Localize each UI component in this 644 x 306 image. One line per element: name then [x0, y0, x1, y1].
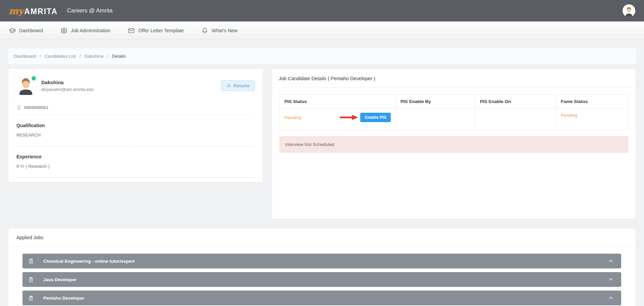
fame-status-value: Pending — [561, 113, 578, 118]
nav-label: Job Administration — [71, 28, 110, 33]
job-details-title: Job Candidate Details ( Pentaho Develope… — [272, 69, 636, 88]
divider — [16, 146, 255, 146]
experience-value: 9 Yr ( Research ) — [16, 164, 255, 169]
nav-item-whats-new[interactable]: What's New — [201, 27, 237, 34]
applied-job-label: Chemical Engineering - online tutor/expe… — [43, 259, 135, 264]
clipboard-icon — [28, 258, 34, 264]
col-header-pis-enable-on: PIS Enable On — [475, 95, 556, 109]
divider — [16, 177, 255, 178]
applied-job-accordion-java-developer[interactable]: Java Developer — [22, 272, 621, 287]
nav-label: Dashboard — [19, 28, 43, 33]
applied-jobs-card: Applied Jobs Chemical Engineering - onli… — [8, 228, 636, 306]
nav-item-offer-letter-template[interactable]: Offer Letter Template — [128, 27, 184, 34]
candidate-phone-number: 8989898981 — [24, 105, 48, 110]
experience-label: Experience — [16, 154, 255, 159]
nav-label: Offer Letter Template — [138, 28, 184, 33]
chevron-up-icon[interactable] — [608, 295, 614, 301]
nav-item-dashboard[interactable]: Dashboard — [9, 27, 43, 34]
candidate-email: divyasalini@am.amrita.edu — [41, 87, 94, 92]
graduation-cap-icon — [9, 27, 16, 34]
logo-my-text: my — [9, 6, 23, 16]
job-candidate-details-card: Job Candidate Details ( Pentaho Develope… — [272, 68, 636, 219]
online-status-dot — [32, 76, 36, 81]
download-icon — [226, 83, 231, 88]
app-header: my AMRITA Careers @ Amrita — [0, 0, 644, 21]
chevron-up-icon[interactable] — [608, 276, 614, 283]
bell-icon — [201, 27, 208, 34]
breadcrumb-current-details: Details — [112, 54, 126, 59]
applied-jobs-title: Applied Jobs — [8, 229, 636, 247]
pis-enable-by-value — [395, 109, 475, 130]
breadcrumb: Dashboard / Candidates List / Dakshina /… — [8, 48, 636, 64]
breadcrumb-dakshina[interactable]: Dakshina — [85, 54, 103, 59]
resume-button[interactable]: Resume — [221, 81, 255, 91]
interview-alert: Interview Not Scheduled — [279, 136, 628, 153]
chevron-up-icon[interactable] — [608, 258, 614, 264]
person-icon — [623, 6, 635, 17]
col-header-pis-enable-by: PIS Enable By — [395, 95, 475, 109]
pis-enable-on-value — [475, 109, 556, 130]
app-title: Careers @ Amrita — [67, 7, 112, 14]
candidate-profile-card: Dakshina divyasalini@am.amrita.edu Resum… — [8, 68, 263, 183]
clipboard-icon — [28, 295, 34, 301]
pis-status-value: Pending — [284, 115, 301, 120]
qualification-value: RESEARCH — [16, 133, 255, 138]
applied-job-accordion-pentaho-developer[interactable]: Pentaho Developer — [22, 291, 621, 305]
nav-label: What's New — [212, 28, 237, 33]
breadcrumb-candidates-list[interactable]: Candidates List — [45, 54, 76, 59]
col-header-fame-status: Fame Status — [556, 95, 628, 109]
enable-pis-button[interactable]: Enable PIS — [360, 113, 391, 122]
mobile-phone-icon — [16, 105, 21, 110]
gear-icon — [60, 27, 67, 34]
user-avatar[interactable] — [623, 4, 635, 17]
col-header-pis-status: PIS Status — [280, 95, 396, 109]
breadcrumb-separator: / — [107, 54, 108, 59]
myamrita-logo[interactable]: my AMRITA — [9, 6, 58, 16]
breadcrumb-separator: / — [40, 54, 41, 59]
red-arrow-icon — [339, 115, 359, 120]
logo-amrita-text: AMRITA — [24, 7, 58, 16]
applied-job-accordion-chemical-engineering[interactable]: Chemical Engineering - online tutor/expe… — [22, 254, 621, 268]
pis-status-table: PIS Status PIS Enable By PIS Enable On F… — [279, 94, 628, 130]
qualification-label: Qualification — [16, 123, 255, 128]
clipboard-icon — [28, 277, 34, 283]
breadcrumb-dashboard[interactable]: Dashboard — [14, 54, 36, 59]
candidate-phone: 8989898981 — [16, 105, 255, 110]
breadcrumb-separator: / — [79, 54, 81, 59]
main-nav: Dashboard Job Administration Offer Lette… — [0, 21, 644, 40]
table-row: Pending Enable PIS — [280, 109, 628, 130]
candidate-avatar — [16, 76, 35, 95]
applied-job-label: Pentaho Developer — [43, 296, 84, 301]
envelope-icon — [128, 27, 135, 34]
candidate-name: Dakshina — [41, 80, 94, 85]
divider — [16, 115, 255, 115]
applied-job-label: Java Developer — [43, 277, 76, 282]
resume-button-label: Resume — [233, 83, 250, 88]
nav-item-job-administration[interactable]: Job Administration — [60, 27, 110, 34]
